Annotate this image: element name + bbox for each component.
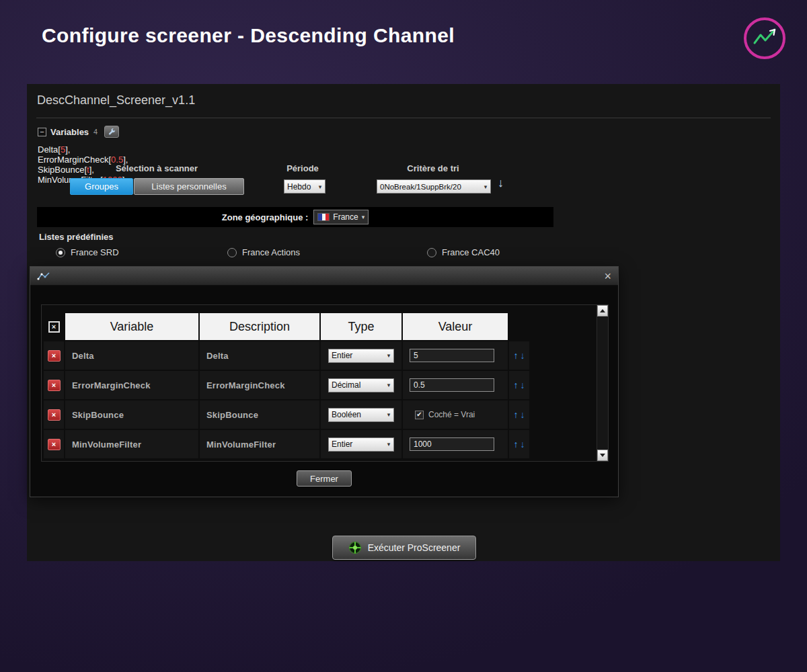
- variable-type-select[interactable]: Décimal ▾: [328, 378, 394, 392]
- variable-value-input[interactable]: [410, 349, 494, 362]
- radio-icon: [427, 248, 436, 257]
- radio-option-france-cac40[interactable]: France CAC40: [427, 247, 500, 257]
- table-row-cell: ↑ ↓: [509, 341, 529, 370]
- move-down-icon[interactable]: ↓: [521, 350, 525, 361]
- boolean-checkbox[interactable]: ✔: [415, 411, 424, 419]
- table-row-cell: [403, 371, 508, 399]
- dropdown-arrow-icon: ▾: [384, 411, 393, 418]
- radio-icon: [56, 248, 65, 257]
- heading-sort: Critère de tri: [377, 163, 490, 173]
- variables-count: 4: [93, 128, 98, 136]
- edit-variables-button[interactable]: [104, 126, 119, 138]
- groups-tab[interactable]: Groupes: [70, 178, 133, 195]
- zone-label: Zone géographique :: [222, 212, 309, 222]
- dropdown-arrow-icon: ▾: [384, 352, 393, 359]
- heading-selection: Sélection à scanner: [70, 163, 243, 173]
- dropdown-arrow-icon: ▾: [481, 183, 490, 190]
- variables-section-header: − Variables 4: [38, 126, 119, 138]
- radio-option-france-actions[interactable]: France Actions: [227, 247, 300, 257]
- variable-description-cell: SkipBounce: [200, 401, 319, 429]
- triangle-down-icon: [600, 454, 605, 457]
- variable-type-select[interactable]: Booléen ▾: [328, 408, 394, 422]
- variable-name-cell: MinVolumeFilter: [65, 430, 198, 458]
- collapse-variables-button[interactable]: −: [38, 128, 46, 136]
- variable-type-select[interactable]: Entier ▾: [328, 437, 394, 452]
- delete-row-button[interactable]: ×: [48, 350, 61, 362]
- table-row-cell: ↑ ↓: [509, 371, 529, 399]
- dialog-titlebar[interactable]: ×: [30, 267, 618, 286]
- move-down-icon[interactable]: ↓: [521, 409, 525, 420]
- table-row-cell: ×: [44, 430, 64, 458]
- variable-description-cell: Delta: [200, 341, 319, 370]
- triangle-up-icon: [600, 309, 605, 312]
- table-row-cell: ↑ ↓: [509, 401, 529, 429]
- col-header-variable: Variable: [65, 313, 198, 340]
- heading-period: Période: [269, 163, 336, 173]
- divider: [36, 118, 771, 118]
- move-up-icon[interactable]: ↑: [514, 409, 518, 420]
- scroll-up-button[interactable]: [597, 305, 608, 317]
- move-down-icon[interactable]: ↓: [521, 380, 525, 390]
- move-up-icon[interactable]: ↑: [514, 380, 518, 390]
- vertical-scrollbar[interactable]: [597, 305, 608, 461]
- variables-label: Variables: [50, 127, 89, 137]
- table-row-cell: ×: [44, 401, 64, 429]
- table-row-cell: ×: [44, 341, 64, 370]
- france-flag-icon: [317, 213, 330, 221]
- mini-chart-icon: [37, 271, 50, 281]
- checkbox-label: Coché = Vrai: [428, 410, 475, 419]
- table-row-cell: ↑ ↓: [509, 430, 529, 458]
- brand-logo: [741, 15, 788, 62]
- page-title: Configure screener - Descending Channel: [42, 24, 455, 47]
- clear-all-button[interactable]: ×: [48, 321, 60, 333]
- sort-criteria-select[interactable]: 0NoBreak/1SuppBrk/20 ▾: [377, 179, 491, 194]
- sort-direction-button[interactable]: ↓: [498, 176, 504, 190]
- variable-value-input[interactable]: [410, 378, 494, 392]
- table-row-cell: Décimal ▾: [321, 371, 401, 399]
- country-select[interactable]: France ▾: [313, 210, 369, 224]
- wrench-icon: [108, 128, 116, 136]
- variables-dialog: × × Variable Description Type Valeur × D…: [30, 266, 619, 497]
- table-row-cell: [403, 430, 508, 458]
- fermer-button[interactable]: Fermer: [297, 470, 352, 487]
- col-header-reorder: [509, 313, 529, 340]
- table-row-cell: ✔ Coché = Vrai: [403, 401, 508, 429]
- table-row-cell: Entier ▾: [321, 341, 401, 370]
- table-scroll-area: × Variable Description Type Valeur × Del…: [41, 304, 609, 462]
- variable-name-cell: SkipBounce: [65, 401, 198, 429]
- variable-description-cell: MinVolumeFilter: [200, 430, 319, 458]
- period-select[interactable]: Hebdo ▾: [284, 179, 325, 194]
- variable-name-cell: Delta: [65, 341, 198, 370]
- dropdown-arrow-icon: ▾: [362, 214, 365, 220]
- execute-proscreener-button[interactable]: Exécuter ProScreener: [332, 536, 476, 560]
- table-row-cell: Entier ▾: [321, 430, 401, 458]
- page: Configure screener - Descending Channel …: [0, 0, 807, 672]
- header-clear-cell: ×: [44, 313, 64, 340]
- variable-type-select[interactable]: Entier ▾: [328, 349, 394, 363]
- variable-name-cell: ErrorMarginCheck: [65, 371, 198, 399]
- personal-lists-tab[interactable]: Listes personnelles: [134, 178, 244, 195]
- variable-name: Delta: [38, 144, 58, 155]
- variable-value-input[interactable]: [410, 437, 494, 451]
- move-down-icon[interactable]: ↓: [521, 439, 525, 450]
- move-up-icon[interactable]: ↑: [514, 439, 518, 450]
- scroll-down-button[interactable]: [597, 450, 608, 461]
- radio-icon: [227, 248, 237, 257]
- delete-row-button[interactable]: ×: [48, 409, 61, 421]
- zone-bar: Zone géographique : France ▾: [37, 207, 553, 227]
- radio-option-france-srd[interactable]: France SRD: [56, 247, 119, 257]
- col-header-type: Type: [321, 313, 401, 340]
- screener-name: DescChannel_Screener_v1.1: [37, 93, 195, 108]
- col-header-value: Valeur: [403, 313, 508, 340]
- delete-row-button[interactable]: ×: [48, 380, 61, 391]
- dialog-close-button[interactable]: ×: [604, 270, 611, 282]
- dropdown-arrow-icon: ▾: [315, 183, 325, 190]
- target-icon: [348, 541, 362, 554]
- dropdown-arrow-icon: ▾: [384, 441, 393, 448]
- col-header-description: Description: [200, 313, 319, 340]
- predefined-lists-heading: Listes prédéfinies: [39, 232, 114, 242]
- delete-row-button[interactable]: ×: [48, 439, 61, 450]
- move-up-icon[interactable]: ↑: [514, 350, 518, 361]
- variable-description-cell: ErrorMarginCheck: [200, 371, 319, 399]
- table-row-cell: Booléen ▾: [321, 401, 401, 429]
